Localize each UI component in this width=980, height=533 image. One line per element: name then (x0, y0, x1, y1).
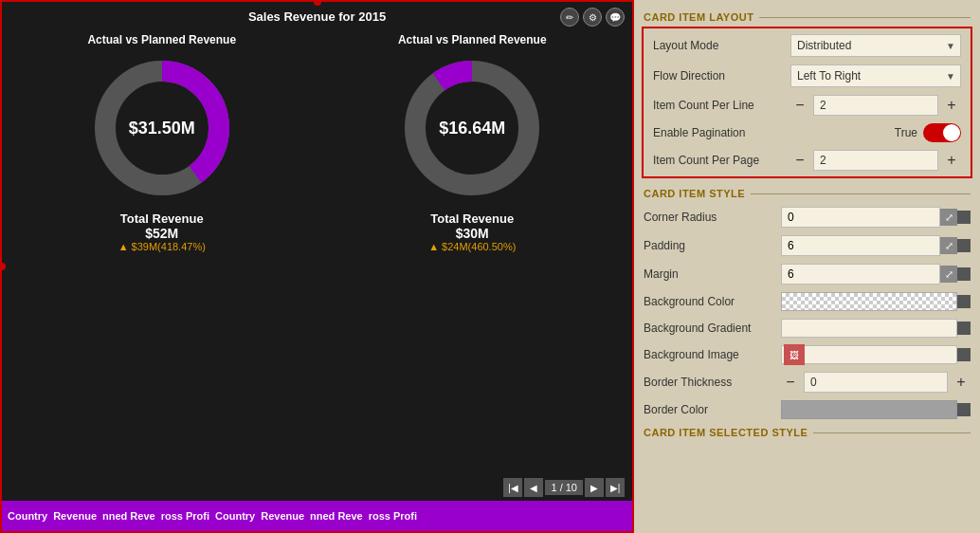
comment-icon[interactable]: 💬 (606, 8, 625, 27)
card-2-heading: Actual vs Planned Revenue (398, 33, 547, 46)
style-section-title: CARD ITEM STYLE (644, 188, 745, 199)
item-count-line-label: Item Count Per Line (653, 99, 790, 112)
corner-radius-value: ⤢ (781, 207, 971, 228)
pagination-first[interactable]: |◀ (503, 478, 522, 497)
table-col-2b: nned Reve (310, 510, 363, 522)
bg-gradient-value (781, 319, 971, 338)
flow-direction-select[interactable]: Left To Right Top To Bottom (790, 64, 961, 87)
enable-pagination-toggle[interactable] (923, 123, 961, 142)
edit-icon[interactable]: ✏ (560, 8, 579, 27)
toggle-knob (943, 124, 960, 141)
item-count-page-stepper: − 2 + (790, 150, 961, 171)
border-color-swatch[interactable] (781, 400, 957, 419)
layout-section-header: CARD ITEM LAYOUT (634, 8, 980, 27)
table-col-1b: Revenue (261, 510, 304, 522)
corner-radius-expand[interactable]: ⤢ (940, 209, 957, 226)
bg-color-value (781, 292, 971, 311)
selected-style-line (813, 432, 971, 433)
style-section-header: CARD ITEM STYLE (634, 184, 980, 203)
pagination-last[interactable]: ▶| (606, 478, 625, 497)
table-col-2: nned Reve (102, 510, 155, 522)
table-col-3: ross Profi (161, 510, 209, 522)
border-thickness-minus[interactable]: − (781, 373, 800, 392)
pagination-next[interactable]: ▶ (585, 478, 604, 497)
bg-gradient-swatch[interactable] (781, 319, 957, 338)
bg-color-label: Background Color (644, 295, 781, 308)
layout-mode-label: Layout Mode (653, 39, 790, 52)
enable-pagination-value: True (790, 123, 961, 142)
chart-title: Sales Revenue for 2015 (2, 2, 632, 28)
bg-color-swatch[interactable] (781, 292, 957, 311)
left-panel: Sales Revenue for 2015 ✏ ⚙ 💬 Actual vs P… (0, 0, 634, 533)
table-col-1: Revenue (53, 510, 97, 522)
donut-1-center: $31.50M (129, 119, 195, 138)
flow-direction-value: Left To Right Top To Bottom ▼ (790, 64, 961, 87)
margin-label: Margin (644, 267, 781, 281)
bg-image-row: Background Image 🖼 (634, 341, 980, 368)
layout-box: Layout Mode Distributed Auto ▼ Flow Dire… (642, 27, 972, 178)
item-count-line-minus[interactable]: − (790, 96, 809, 115)
bg-image-field[interactable]: 🖼 (781, 345, 957, 364)
item-count-line-plus[interactable]: + (942, 96, 961, 115)
corner-radius-label: Corner Radius (644, 211, 781, 224)
margin-expand[interactable]: ⤢ (940, 266, 957, 283)
enable-pagination-label: Enable Pagination (653, 126, 790, 139)
card-1-total-label: Total Revenue (118, 211, 206, 226)
toggle-row: True (790, 123, 961, 142)
item-count-line-row: Item Count Per Line − 2 + (644, 91, 971, 119)
card-2-total-value: $30M (428, 226, 516, 241)
item-count-page-plus[interactable]: + (942, 151, 961, 170)
border-thickness-val: 0 (804, 372, 948, 393)
margin-value: ⤢ (781, 264, 971, 285)
layout-section-title: CARD ITEM LAYOUT (644, 11, 753, 23)
card-1-footer: Total Revenue $52M ▲ $39M(418.47%) (118, 211, 206, 252)
padding-input[interactable] (781, 235, 940, 256)
enable-pagination-row: Enable Pagination True (644, 119, 971, 146)
donut-chart-1: $31.50M (86, 52, 238, 204)
bg-gradient-row: Background Gradient (634, 315, 980, 341)
border-thickness-plus[interactable]: + (952, 373, 971, 392)
padding-value: ⤢ (781, 235, 971, 256)
border-color-dark (957, 403, 971, 416)
bg-image-label: Background Image (644, 348, 781, 361)
flow-direction-dropdown-wrapper: Left To Right Top To Bottom ▼ (790, 64, 961, 87)
border-thickness-row: Border Thickness − 0 + (634, 368, 980, 396)
padding-row: Padding ⤢ (634, 231, 980, 260)
table-bar: Country Revenue nned Reve ross Profi Cou… (2, 501, 632, 531)
bg-image-dark (957, 348, 971, 361)
item-count-page-minus[interactable]: − (790, 151, 809, 170)
corner-radius-row: Corner Radius ⤢ (634, 203, 980, 231)
settings-icon[interactable]: ⚙ (583, 8, 602, 27)
card-2-planned: ▲ $24M(460.50%) (428, 241, 516, 252)
layout-section-line (759, 17, 971, 18)
border-thickness-label: Border Thickness (644, 376, 781, 389)
table-col-3b: ross Profi (369, 510, 417, 522)
pagination-info: 1 / 10 (545, 480, 583, 495)
padding-label: Padding (644, 239, 781, 252)
bg-gradient-dark (957, 322, 971, 335)
bg-gradient-label: Background Gradient (644, 322, 781, 335)
border-color-value (781, 400, 971, 419)
bg-color-row: Background Color (634, 288, 980, 315)
card-1-planned: ▲ $39M(418.47%) (118, 241, 206, 252)
corner-radius-swatch (957, 211, 971, 224)
border-thickness-value: − 0 + (781, 372, 971, 393)
item-count-line-value: − 2 + (790, 95, 961, 116)
item-count-page-value: − 2 + (790, 150, 961, 171)
corner-radius-input[interactable] (781, 207, 940, 228)
item-count-page-row: Item Count Per Page − 2 + (644, 146, 971, 175)
item-count-page-label: Item Count Per Page (653, 154, 790, 167)
border-color-label: Border Color (644, 403, 781, 416)
card-2-total-label: Total Revenue (428, 211, 516, 226)
donut-2-center: $16.64M (439, 119, 505, 138)
pagination-prev[interactable]: ◀ (524, 478, 543, 497)
top-icons: ✏ ⚙ 💬 (560, 8, 625, 27)
card-2-footer: Total Revenue $30M ▲ $24M(460.50%) (428, 211, 516, 252)
cards-row: Actual vs Planned Revenue $31.50M Total … (2, 28, 632, 531)
border-color-row: Border Color (634, 396, 980, 423)
padding-expand[interactable]: ⤢ (940, 237, 957, 254)
margin-input[interactable] (781, 264, 940, 285)
flow-direction-row: Flow Direction Left To Right Top To Bott… (644, 61, 971, 91)
pagination-bar: |◀ ◀ 1 / 10 ▶ ▶| (503, 478, 625, 497)
layout-mode-select[interactable]: Distributed Auto (790, 34, 961, 57)
